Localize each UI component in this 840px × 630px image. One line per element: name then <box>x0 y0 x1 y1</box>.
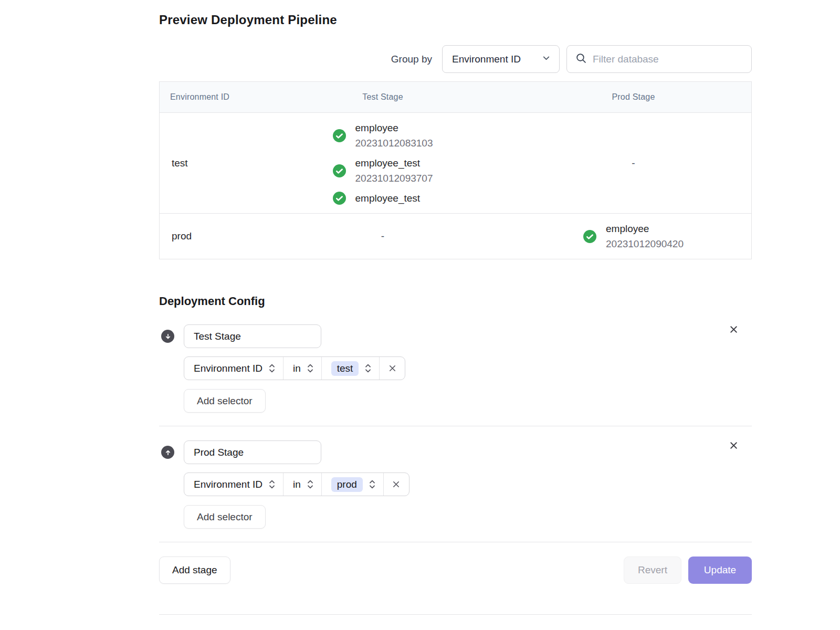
arrow-down-circle-icon <box>161 330 174 343</box>
page-content: Preview Deployment Pipeline Group by Env… <box>159 0 752 615</box>
environment-id-cell: prod <box>160 214 250 259</box>
database-name: employee <box>606 221 684 236</box>
close-icon <box>728 324 739 335</box>
add-stage-button[interactable]: Add stage <box>159 556 230 584</box>
selector-row: Environment ID in test <box>184 356 752 380</box>
stage-name-row <box>159 324 752 348</box>
database-item: employee 20231012090420 <box>583 221 684 251</box>
group-by-value: Environment ID <box>452 54 521 65</box>
selector-group: Environment ID in prod <box>184 472 410 496</box>
selector-operator-value: in <box>293 479 301 490</box>
remove-selector-button[interactable] <box>379 357 405 380</box>
database-name: employee <box>355 120 433 135</box>
stage-name-input[interactable] <box>184 324 321 348</box>
stage-config-test: Environment ID in test Add selector <box>159 324 752 413</box>
database-text: employee_test 20231012093707 <box>355 155 433 186</box>
stage-divider <box>159 426 752 426</box>
revert-button[interactable]: Revert <box>624 556 681 584</box>
check-circle-icon <box>333 129 346 142</box>
footer-right-actions: Revert Update <box>624 556 752 584</box>
test-stage-cell: employee 20231012083103 employee_test 20… <box>250 113 515 213</box>
database-text: employee 20231012090420 <box>606 221 684 251</box>
group-by-select[interactable]: Environment ID <box>442 45 560 73</box>
search-icon <box>575 52 586 66</box>
table-header-row: Environment ID Test Stage Prod Stage <box>160 82 751 113</box>
page-title: Preview Deployment Pipeline <box>159 13 752 27</box>
column-header-test-stage: Test Stage <box>250 82 515 112</box>
selector-key-value: Environment ID <box>194 363 262 374</box>
selector-value-pill: test <box>331 361 359 376</box>
close-icon <box>728 440 739 451</box>
add-selector-button[interactable]: Add selector <box>184 505 266 529</box>
selector-value-pill: prod <box>331 477 363 492</box>
stage-name-row <box>159 440 752 464</box>
database-item: employee 20231012083103 <box>333 120 433 151</box>
updown-chevrons-icon <box>307 478 314 490</box>
database-version: 20231012093707 <box>355 171 433 186</box>
database-version: 20231012090420 <box>606 236 684 251</box>
remove-stage-button[interactable] <box>726 438 741 455</box>
empty-stage-dash: - <box>632 158 635 169</box>
stage-config-prod: Environment ID in prod Add selector <box>159 440 752 529</box>
table-row-test: test employee 20231012083103 employee_te… <box>160 113 751 214</box>
database-version: 20231012083103 <box>355 135 433 151</box>
arrow-up-circle-icon <box>161 446 174 459</box>
selector-operator-value: in <box>293 363 301 374</box>
deployment-config-title: Deployment Config <box>159 295 752 308</box>
table-row-prod: prod - employee 20231012090420 <box>160 214 751 259</box>
check-circle-icon <box>333 192 346 205</box>
stage-name-input[interactable] <box>184 440 321 464</box>
updown-chevrons-icon <box>307 362 314 374</box>
update-button[interactable]: Update <box>688 556 752 584</box>
footer-actions: Add stage Revert Update <box>159 556 752 584</box>
database-list: employee 20231012090420 <box>583 214 684 259</box>
selector-value-select[interactable]: prod <box>321 473 383 496</box>
remove-selector-button[interactable] <box>383 473 409 496</box>
group-by-label: Group by <box>391 54 432 65</box>
check-circle-icon <box>583 230 596 243</box>
add-selector-button[interactable]: Add selector <box>184 389 266 413</box>
selector-group: Environment ID in test <box>184 356 405 380</box>
close-icon <box>387 363 397 373</box>
database-name: employee_test <box>355 155 433 171</box>
prod-stage-cell: employee 20231012090420 <box>515 214 752 259</box>
updown-chevrons-icon <box>268 478 276 490</box>
pipeline-table: Environment ID Test Stage Prod Stage tes… <box>159 81 752 259</box>
environment-id-cell: test <box>160 113 250 213</box>
updown-chevrons-icon <box>369 478 376 490</box>
selector-value-select[interactable]: test <box>321 357 380 380</box>
close-icon <box>391 479 401 489</box>
empty-stage-dash: - <box>381 230 384 242</box>
filter-database-input[interactable] <box>593 54 743 65</box>
selector-operator-select[interactable]: in <box>283 473 321 496</box>
check-circle-icon <box>333 164 346 177</box>
selector-key-select[interactable]: Environment ID <box>184 357 283 380</box>
footer-divider <box>159 542 752 542</box>
column-header-environment-id: Environment ID <box>160 82 250 112</box>
test-stage-cell: - <box>250 214 515 259</box>
database-item: employee_test 20231012093707 <box>333 155 433 186</box>
prod-stage-cell: - <box>515 113 752 213</box>
database-list: employee 20231012083103 employee_test 20… <box>333 113 433 213</box>
database-text: employee 20231012083103 <box>355 120 433 151</box>
selector-operator-select[interactable]: in <box>283 357 321 380</box>
bottom-divider <box>159 614 752 615</box>
filter-database-box <box>566 45 752 73</box>
selector-key-select[interactable]: Environment ID <box>184 473 283 496</box>
pipeline-toolbar: Group by Environment ID <box>159 45 752 73</box>
selector-key-value: Environment ID <box>194 479 262 490</box>
chevron-down-icon <box>542 54 551 65</box>
database-name: employee_test <box>355 191 421 206</box>
updown-chevrons-icon <box>268 362 276 374</box>
remove-stage-button[interactable] <box>726 322 741 339</box>
selector-row: Environment ID in prod <box>184 472 752 496</box>
database-text: employee_test <box>355 191 421 206</box>
updown-chevrons-icon <box>364 362 372 374</box>
database-item: employee_test <box>333 191 421 206</box>
column-header-prod-stage: Prod Stage <box>515 82 752 112</box>
